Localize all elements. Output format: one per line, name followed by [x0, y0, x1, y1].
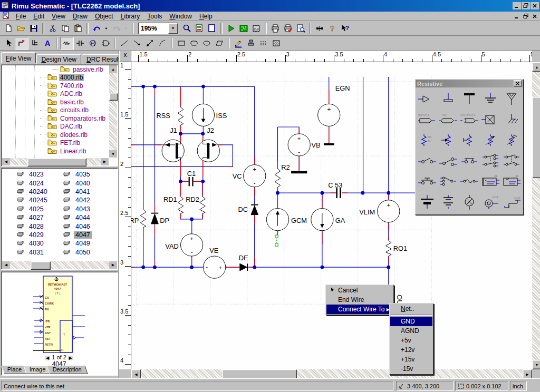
- part-item-4025[interactable]: 4025: [16, 205, 49, 213]
- coax-cn1-icon[interactable]: CN1: [480, 191, 501, 212]
- run-button[interactable]: [225, 23, 237, 34]
- net-menu-+5v[interactable]: +5v: [390, 336, 432, 345]
- pencil-button[interactable]: [232, 37, 245, 49]
- part-item-4028[interactable]: 4028: [16, 222, 49, 230]
- canvas-vscroll-thumb[interactable]: [532, 97, 540, 178]
- cut-button[interactable]: [46, 23, 59, 34]
- minimize-button[interactable]: [513, 2, 521, 9]
- parts-hscroll-thumb[interactable]: [31, 261, 51, 270]
- menu-library[interactable]: Library: [117, 12, 144, 21]
- save-button[interactable]: [27, 23, 40, 34]
- potentiometer-icon[interactable]: [438, 130, 459, 150]
- net-menu-+12v[interactable]: +12v: [390, 345, 432, 355]
- part-item-4027[interactable]: 4027: [16, 213, 49, 222]
- antenna-icon[interactable]: [501, 89, 522, 109]
- lamp-icon[interactable]: [459, 191, 480, 212]
- chassis-ground-icon[interactable]: [501, 109, 522, 130]
- menu-view[interactable]: View: [48, 12, 69, 21]
- battery-icon[interactable]: [417, 191, 438, 212]
- tree-vscrollbar[interactable]: ▲ ▼: [109, 65, 117, 158]
- paste-button[interactable]: [72, 23, 84, 34]
- io-port-icon[interactable]: I/O: [438, 109, 459, 130]
- context-help-button[interactable]: ?: [339, 23, 351, 34]
- tab-file-view[interactable]: File View: [1, 52, 36, 63]
- preview-tab-description[interactable]: Description: [47, 366, 88, 374]
- net-menu--15v[interactable]: -15v: [390, 364, 432, 374]
- arc-button[interactable]: [156, 37, 169, 49]
- scroll-left-icon[interactable]: ◀: [2, 158, 10, 165]
- tree-item-7400-rlb[interactable]: 7400.rlb: [2, 82, 109, 90]
- part-item-40240[interactable]: 40240: [16, 188, 49, 196]
- tree-item-passive-rlb[interactable]: passive.rlb: [2, 65, 109, 74]
- part-item-4049[interactable]: 4049: [63, 239, 92, 248]
- multipole-switch-icon[interactable]: [480, 150, 501, 171]
- tab-design-view[interactable]: Design View: [36, 54, 81, 64]
- capacitor-button[interactable]: [74, 37, 86, 49]
- connector-cn1-icon[interactable]: CN1: [501, 191, 522, 212]
- context-menu-connect-wire-to[interactable]: Connect Wire To▶: [326, 305, 393, 314]
- tree-item-diodes-rlb[interactable]: diodes.rlb: [2, 131, 109, 139]
- palette-titlebar[interactable]: Resistive: [416, 80, 523, 87]
- resistor-r1-icon[interactable]: R11k: [417, 130, 438, 150]
- part-item-40245[interactable]: 40245: [16, 196, 49, 204]
- tree-hscroll-thumb[interactable]: [27, 158, 86, 166]
- vcc-bar-icon[interactable]: [459, 89, 480, 109]
- scroll-up-icon[interactable]: ▲: [109, 65, 117, 73]
- stamp-button[interactable]: [245, 37, 257, 49]
- menu-file[interactable]: File: [12, 12, 30, 21]
- part-item-4031[interactable]: 4031: [16, 248, 49, 257]
- tree-hscrollbar[interactable]: ◀ ▶: [2, 158, 109, 165]
- context-menu-cancel[interactable]: Cancel: [326, 286, 393, 295]
- part-item-4047[interactable]: 4047: [63, 231, 92, 239]
- menu-help[interactable]: Help: [196, 12, 216, 21]
- pager-prev-icon[interactable]: ◀: [45, 356, 50, 360]
- net-menu-+15v[interactable]: +15v: [390, 355, 432, 364]
- select-button[interactable]: [2, 37, 15, 49]
- zoom-level-combo[interactable]: 195%▼: [138, 23, 178, 34]
- spdt-switch-icon[interactable]: [438, 150, 459, 171]
- part-item-4029[interactable]: 4029: [16, 231, 49, 239]
- hatch-button[interactable]: [270, 37, 283, 49]
- line-button[interactable]: [118, 37, 131, 49]
- sheet-image-button[interactable]: [193, 23, 206, 34]
- sheet-new-button[interactable]: [206, 23, 218, 34]
- spst-switch-icon[interactable]: [417, 150, 438, 171]
- menu-tools[interactable]: Tools: [143, 12, 166, 21]
- undo-button[interactable]: [91, 23, 103, 34]
- print-button[interactable]: [269, 23, 282, 34]
- tree-item-circuits-rlb[interactable]: circuits.rlb: [2, 106, 109, 115]
- net-menu-gnd[interactable]: GND: [390, 317, 432, 326]
- rotary-switch-icon[interactable]: [438, 171, 459, 191]
- double-arrow-button[interactable]: [143, 37, 156, 49]
- tree-item-Linear-rlb[interactable]: Linear.rlb: [2, 147, 109, 155]
- part-item-4023[interactable]: 4023: [16, 170, 49, 179]
- menu-object[interactable]: Object: [91, 12, 117, 21]
- help-button[interactable]: ?: [326, 23, 339, 34]
- part-item-4040[interactable]: 4040: [63, 179, 92, 187]
- part-item-4024[interactable]: 4024: [16, 179, 49, 187]
- scroll-right-icon[interactable]: ▶: [101, 158, 109, 165]
- gate-button[interactable]: [99, 37, 112, 49]
- tree-item-4000-rlb[interactable]: 4000.rlb: [2, 74, 109, 82]
- dashes-button[interactable]: [257, 37, 270, 49]
- part-item-4035[interactable]: 4035: [63, 170, 92, 179]
- pld-button[interactable]: PLD: [250, 23, 263, 34]
- part-item-4030[interactable]: 4030: [16, 239, 49, 248]
- resistor-button[interactable]: [60, 37, 74, 50]
- tree-item-basic-rlb[interactable]: basic.rlb: [2, 98, 109, 106]
- part-item-4046[interactable]: 4046: [63, 222, 92, 230]
- ellipse-button[interactable]: [200, 37, 213, 49]
- rect-button[interactable]: [175, 37, 188, 49]
- scroll-right-icon[interactable]: ▶: [109, 261, 117, 269]
- tree-item-FET-rlb[interactable]: FET.rlb: [2, 139, 109, 148]
- pcb-button[interactable]: [237, 23, 250, 34]
- redo-button[interactable]: [110, 23, 123, 34]
- menu-window[interactable]: Window: [166, 12, 196, 21]
- canvas-hscrollbar[interactable]: ◀ ▶: [131, 369, 532, 378]
- signal-ground-icon[interactable]: [438, 89, 459, 109]
- net-menu-agnd[interactable]: AGND: [390, 326, 432, 336]
- undo-drop-button[interactable]: [103, 23, 110, 34]
- part-item-4050[interactable]: 4050: [63, 248, 92, 257]
- scroll-left-icon[interactable]: ◀: [2, 261, 10, 269]
- trimmer-icon[interactable]: [459, 130, 480, 150]
